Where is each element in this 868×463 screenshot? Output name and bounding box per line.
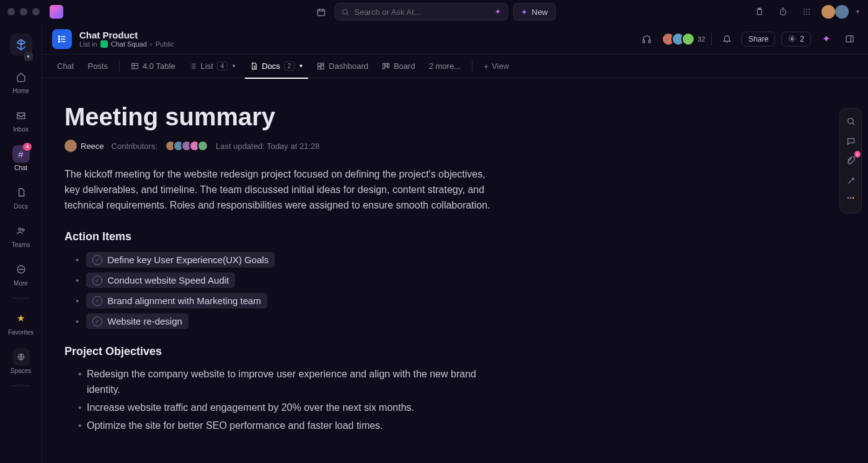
contributor-avatars[interactable] — [165, 140, 208, 151]
sidebar-item-docs[interactable]: Docs — [6, 180, 37, 214]
sidebar-item-more[interactable]: More — [6, 257, 37, 290]
sidebar-item-teams[interactable]: Teams — [6, 218, 37, 252]
add-view-button[interactable]: +View — [479, 59, 514, 74]
panel-toggle-icon[interactable] — [841, 30, 858, 48]
action-item[interactable]: ✓Conduct website Speed Audit — [76, 272, 843, 288]
objective-item[interactable]: Optimize the site for better SEO perform… — [64, 418, 498, 434]
action-item[interactable]: ✓Brand alignment with Marketing team — [76, 293, 843, 308]
search-in-doc-icon[interactable] — [842, 112, 859, 130]
svg-point-6 — [808, 9, 810, 10]
tab-posts[interactable]: Posts — [82, 58, 113, 74]
share-button[interactable]: Share — [742, 32, 775, 47]
ai-sparkle-icon[interactable]: ✦ — [817, 30, 835, 48]
window-titlebar: Search or Ask AI... ✦ ✦ New ▼ — [0, 0, 868, 24]
divider — [12, 385, 30, 386]
sidebar-label: Teams — [12, 241, 30, 248]
tab-chat[interactable]: Chat — [52, 58, 79, 74]
tab-docs[interactable]: Docs2▼ — [245, 58, 308, 74]
action-item[interactable]: ✓Website re-design — [76, 313, 843, 329]
svg-point-14 — [22, 229, 24, 231]
svg-point-35 — [848, 118, 853, 124]
objective-item[interactable]: Redesign the company website to improve … — [64, 367, 498, 398]
task-label: Website re-design — [107, 316, 182, 326]
objectives-heading[interactable]: Project Objectives — [64, 345, 843, 358]
timer-icon[interactable] — [774, 3, 792, 20]
unread-badge: 4 — [23, 143, 31, 151]
doc-title[interactable]: Meeting summary — [64, 103, 843, 131]
svg-rect-23 — [643, 40, 645, 43]
svg-point-5 — [806, 9, 807, 10]
bell-icon[interactable] — [718, 30, 735, 48]
tab-board[interactable]: Board — [377, 58, 420, 74]
svg-point-25 — [791, 38, 793, 40]
sidebar-label: Chat — [14, 164, 27, 171]
svg-point-8 — [806, 11, 807, 12]
apps-grid-icon[interactable] — [798, 3, 815, 20]
headphones-icon[interactable] — [638, 30, 655, 48]
doc-meta: Reece Contributors: Last updated: Today … — [64, 140, 843, 152]
checkbox-icon[interactable]: ✓ — [92, 255, 102, 265]
svg-point-20 — [58, 36, 60, 37]
sidebar-label: Docs — [14, 203, 28, 210]
contributor-avatar — [197, 140, 208, 151]
sidebar-label: Spaces — [11, 367, 31, 374]
list-title[interactable]: Chat Product — [79, 30, 174, 40]
new-button-label: New — [531, 7, 547, 17]
calendar-icon[interactable] — [312, 3, 329, 20]
workspace-switcher[interactable]: ▼ — [6, 30, 37, 60]
svg-point-9 — [808, 11, 810, 12]
search-placeholder: Search or Ask AI... — [354, 7, 420, 17]
relationships-icon[interactable] — [842, 192, 859, 209]
tab-table[interactable]: 4.0 Table — [126, 58, 180, 74]
intro-paragraph[interactable]: The kickoff meeting for the website rede… — [64, 167, 498, 213]
sidebar-label: Favorites — [8, 329, 33, 336]
action-items-heading[interactable]: Action Items — [64, 230, 843, 243]
svg-rect-37 — [850, 197, 851, 199]
user-avatar[interactable] — [822, 5, 835, 19]
svg-point-4 — [804, 9, 805, 10]
checkbox-icon[interactable]: ✓ — [92, 317, 102, 326]
contributors-label: Contributors: — [112, 142, 157, 151]
svg-point-16 — [19, 269, 19, 269]
svg-rect-31 — [318, 67, 321, 70]
sidebar-item-spaces[interactable]: Spaces — [6, 344, 37, 378]
viewers-group[interactable]: 32 — [662, 32, 705, 46]
chevron-down-icon[interactable]: ▼ — [24, 52, 33, 61]
breadcrumb[interactable]: List in Chat Squad • Public — [79, 40, 174, 48]
comments-icon[interactable] — [842, 132, 859, 150]
svg-rect-28 — [318, 63, 321, 66]
search-input[interactable]: Search or Ask AI... ✦ — [334, 3, 508, 20]
sidebar-item-chat[interactable]: 4 # Chat — [6, 142, 37, 175]
last-updated: Last updated: Today at 21:28 — [216, 142, 319, 151]
automations-button[interactable]: 2 — [781, 32, 811, 47]
tab-list[interactable]: List4▼ — [184, 58, 242, 74]
doc-author[interactable]: Reece — [64, 140, 104, 152]
svg-point-18 — [22, 269, 23, 269]
sidebar-item-favorites[interactable]: ★ Favorites — [6, 306, 37, 339]
tab-more[interactable]: 2 more... — [424, 58, 466, 74]
objective-item[interactable]: Increase website traffic and engagement … — [64, 400, 498, 416]
new-button[interactable]: ✦ New — [513, 3, 556, 20]
svg-rect-30 — [321, 66, 324, 69]
sidebar-label: Inbox — [13, 126, 28, 133]
sidebar-item-inbox[interactable]: Inbox — [6, 103, 37, 137]
action-item[interactable]: ✓Define key User Experience(UX) Goals — [76, 252, 843, 267]
right-rail: 2 — [839, 108, 862, 214]
ai-wand-icon[interactable] — [842, 172, 859, 189]
clipboard-icon[interactable] — [751, 3, 768, 20]
checkbox-icon[interactable]: ✓ — [92, 296, 102, 306]
left-sidebar: ▼ Home Inbox 4 # Chat Docs Teams More ★ … — [0, 24, 42, 463]
svg-rect-38 — [852, 197, 854, 199]
checkbox-icon[interactable]: ✓ — [92, 276, 102, 285]
user-avatar-2[interactable] — [835, 5, 849, 19]
window-controls[interactable] — [7, 8, 40, 16]
svg-rect-36 — [848, 197, 849, 199]
sidebar-item-home[interactable]: Home — [6, 65, 37, 98]
svg-point-17 — [20, 269, 21, 269]
svg-point-10 — [804, 14, 805, 15]
tab-dashboard[interactable]: Dashboard — [312, 58, 373, 74]
chevron-down-icon[interactable]: ▼ — [855, 9, 861, 15]
svg-rect-29 — [321, 63, 324, 65]
attachments-icon[interactable]: 2 — [842, 152, 859, 169]
svg-rect-27 — [132, 63, 138, 69]
